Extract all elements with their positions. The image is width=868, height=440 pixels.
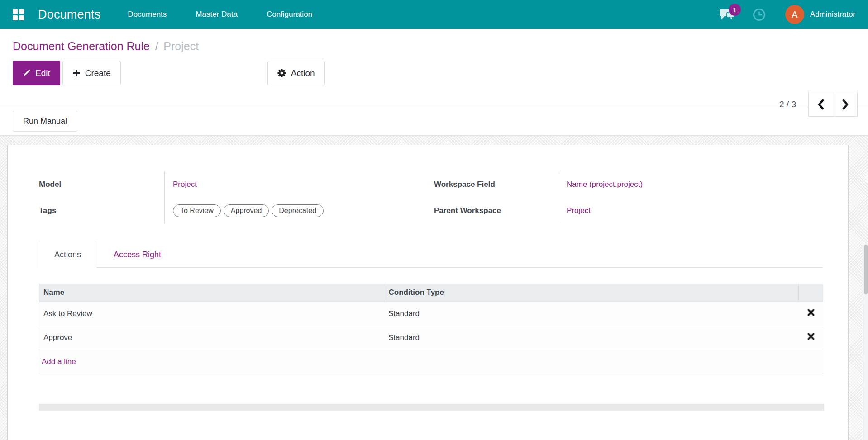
menu-master-data[interactable]: Master Data: [181, 0, 252, 29]
edit-button-label: Edit: [35, 68, 50, 78]
model-label: Model: [39, 171, 164, 198]
tag-deprecated: Deprecated: [272, 204, 324, 217]
tag-approved: Approved: [224, 204, 269, 217]
messages-button[interactable]: 1: [719, 5, 740, 24]
clock-icon: [752, 8, 766, 22]
notebook-tabs: Actions Access Right: [39, 242, 823, 268]
cell-name[interactable]: Ask to Review: [39, 302, 384, 326]
app-title[interactable]: Documents: [38, 8, 100, 22]
tag-to-review: To Review: [173, 204, 221, 217]
parent-workspace-value-link[interactable]: Project: [567, 206, 591, 215]
form-view-container: Model Tags Project To Review Approved De…: [0, 136, 868, 440]
table-header-row: Name Condition Type: [39, 284, 823, 302]
systray: 1 A Administrator: [719, 5, 868, 24]
delete-row-button[interactable]: [807, 309, 815, 316]
top-navbar: Documents Documents Master Data Configur…: [0, 0, 868, 29]
breadcrumb-parent-link[interactable]: Document Generation Rule: [13, 40, 150, 53]
scrollbar-thumb[interactable]: [864, 245, 868, 294]
pager-previous-button[interactable]: [808, 92, 833, 117]
cell-condition-type[interactable]: Standard: [384, 326, 798, 350]
delete-row-button[interactable]: [807, 333, 815, 340]
form-statusbar: Run Manual: [0, 107, 868, 136]
breadcrumb: Document Generation Rule / Project: [13, 29, 868, 53]
gear-icon: [277, 69, 286, 77]
cell-condition-type[interactable]: Standard: [384, 302, 798, 326]
right-field-group: Workspace Field Parent Workspace Name (p…: [434, 171, 823, 224]
grid-icon: [12, 9, 24, 21]
edit-button[interactable]: Edit: [13, 61, 60, 85]
tags-label: Tags: [39, 198, 164, 224]
actions-table: Name Condition Type Ask to Review Standa…: [39, 284, 823, 374]
action-button-label: Action: [291, 68, 315, 78]
form-sheet: Model Tags Project To Review Approved De…: [7, 145, 849, 440]
control-panel-buttons: Edit Create: [13, 61, 868, 85]
tab-actions[interactable]: Actions: [39, 242, 96, 268]
breadcrumb-current: Project: [163, 40, 199, 53]
menu-configuration[interactable]: Configuration: [252, 0, 327, 29]
pencil-icon: [23, 69, 30, 77]
field-groups: Model Tags Project To Review Approved De…: [39, 171, 823, 224]
chevron-left-icon: [817, 99, 825, 110]
table-row[interactable]: Approve Standard: [39, 326, 823, 350]
cell-delete: [798, 302, 823, 326]
apps-grid-icon[interactable]: [12, 8, 24, 21]
run-manual-label: Run Manual: [23, 117, 67, 126]
pager: 2 / 3: [779, 92, 858, 117]
breadcrumb-separator: /: [155, 41, 158, 53]
avatar: A: [785, 5, 804, 24]
add-line-row: Add a line: [39, 350, 823, 374]
main-menu: Documents Master Data Configuration: [113, 0, 327, 29]
cell-name[interactable]: Approve: [39, 326, 384, 350]
column-header-name[interactable]: Name: [39, 284, 384, 302]
delete-x-icon: [807, 333, 815, 340]
tags-field: To Review Approved Deprecated: [173, 204, 324, 217]
left-label-column: Model Tags: [39, 171, 164, 224]
column-header-delete: [798, 284, 823, 302]
action-menu-button[interactable]: Action: [267, 61, 325, 85]
delete-x-icon: [807, 309, 815, 316]
activities-button[interactable]: [752, 7, 767, 22]
workspace-field-value-link[interactable]: Name (project.project): [567, 180, 643, 189]
left-value-column: Project To Review Approved Deprecated: [164, 171, 417, 224]
control-panel: Document Generation Rule / Project Edit …: [0, 29, 868, 107]
run-manual-button[interactable]: Run Manual: [13, 111, 77, 132]
right-label-column: Workspace Field Parent Workspace: [434, 171, 558, 224]
add-a-line-link[interactable]: Add a line: [42, 357, 76, 366]
chevron-right-icon: [842, 99, 849, 110]
menu-documents[interactable]: Documents: [113, 0, 181, 29]
vertical-scrollbar[interactable]: [863, 243, 868, 440]
right-value-column: Name (project.project) Project: [558, 171, 823, 224]
parent-workspace-label: Parent Workspace: [434, 198, 558, 224]
tab-access-right[interactable]: Access Right: [96, 242, 178, 267]
messages-count-badge: 1: [729, 4, 741, 16]
create-button[interactable]: Create: [62, 61, 121, 85]
create-button-label: Create: [85, 68, 111, 78]
table-row[interactable]: Ask to Review Standard: [39, 302, 823, 326]
user-menu[interactable]: A Administrator: [785, 5, 855, 24]
left-field-group: Model Tags Project To Review Approved De…: [39, 171, 417, 224]
column-header-condition-type[interactable]: Condition Type: [384, 284, 798, 302]
empty-footer-strip: [39, 404, 824, 411]
plus-icon: [72, 69, 80, 77]
pager-next-button[interactable]: [833, 92, 858, 117]
user-name: Administrator: [810, 10, 855, 19]
workspace-field-label: Workspace Field: [434, 171, 558, 198]
model-value-link[interactable]: Project: [173, 180, 197, 189]
pager-value: 2 / 3: [779, 99, 796, 109]
cell-delete: [798, 326, 823, 350]
